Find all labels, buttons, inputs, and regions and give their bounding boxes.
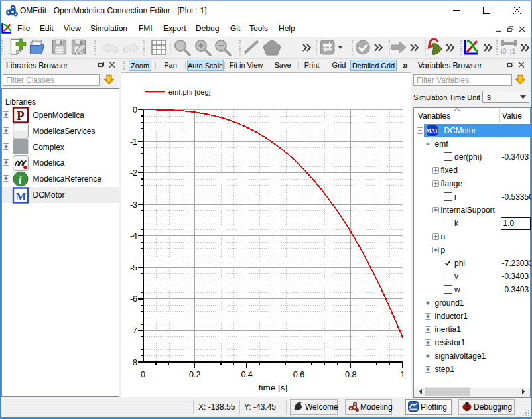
svg-text:0.2: 0.2 — [189, 370, 200, 379]
svg-text:time [s]: time [s] — [259, 383, 288, 392]
svg-text:-4: -4 — [130, 231, 137, 241]
svg-text:-3: -3 — [130, 200, 137, 210]
svg-text:0.8: 0.8 — [345, 370, 356, 379]
svg-text:-8: -8 — [130, 358, 137, 367]
svg-text:0: 0 — [141, 370, 145, 379]
svg-text:i: i — [19, 174, 22, 186]
svg-text:emf.phi [deg]: emf.phi [deg] — [168, 88, 211, 96]
svg-text:-2: -2 — [130, 168, 137, 178]
svg-text:t1: t1 — [510, 48, 516, 55]
svg-text:-7: -7 — [130, 326, 137, 335]
svg-text:M: M — [16, 190, 27, 203]
svg-text:MAT: MAT — [426, 128, 438, 134]
svg-text:t0: t0 — [501, 48, 507, 55]
svg-text:-6: -6 — [130, 294, 137, 304]
svg-text:0.4: 0.4 — [241, 370, 252, 379]
svg-text:0: 0 — [133, 105, 137, 115]
svg-text:-1: -1 — [130, 137, 137, 147]
svg-text:0.6: 0.6 — [293, 370, 304, 379]
svg-text:P: P — [17, 109, 25, 123]
svg-text:1: 1 — [401, 370, 405, 379]
svg-text:-5: -5 — [130, 263, 137, 272]
